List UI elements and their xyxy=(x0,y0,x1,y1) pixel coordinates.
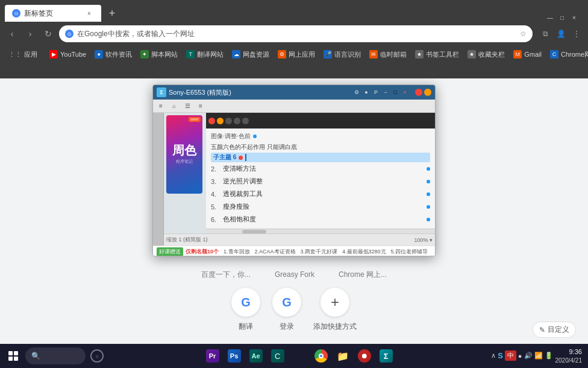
app-image-subtitle: 程序笔记 xyxy=(176,159,193,165)
login-shortcut-label: 登录 xyxy=(280,322,294,332)
app-content-area: 图像·调整·色前 五颜六色的不起作用 只能调白底 子主题 6 xyxy=(206,113,435,233)
forward-btn[interactable]: › xyxy=(23,27,37,41)
app-view-icon[interactable]: ☰ xyxy=(182,101,193,112)
bookmark-star-icon[interactable]: ☆ xyxy=(520,30,527,38)
close-btn[interactable]: × xyxy=(570,13,578,22)
bm-netdisk[interactable]: ☁ 网盘资源 xyxy=(228,49,273,60)
tray-s-icon[interactable]: S xyxy=(498,351,503,360)
vc-orange-dot xyxy=(217,118,224,124)
vc-gray-dot3 xyxy=(242,118,249,124)
app-layout-icon[interactable]: ≡ xyxy=(195,101,206,112)
tab-bar: G 新标签页 × + — □ × xyxy=(0,0,588,22)
maximize-btn[interactable]: □ xyxy=(558,13,566,22)
highlighted-item-text: 子主题 6 xyxy=(213,153,236,162)
battery-icon[interactable]: 🔋 xyxy=(545,352,553,360)
ps-taskbar-btn[interactable]: Ps xyxy=(224,346,245,366)
taskbar-search[interactable]: 🔍 xyxy=(25,347,86,364)
video-bar xyxy=(206,113,435,128)
sigma-taskbar-btn[interactable]: Σ xyxy=(376,346,396,366)
system-clock[interactable]: 9:36 2020/4/21 xyxy=(555,347,583,364)
bm-chrome-store[interactable]: C Chrome网上应用店 xyxy=(546,49,588,60)
ae-taskbar-btn[interactable]: Ae xyxy=(246,346,266,366)
bm-tempmail[interactable]: ✉ 临时邮箱 xyxy=(366,49,410,60)
profile-icon[interactable]: 👤 xyxy=(554,27,568,40)
minimize-btn[interactable]: — xyxy=(546,13,554,22)
extensions-icon[interactable]: ⧉ xyxy=(539,27,552,40)
apps-bm-btn[interactable]: ⋮⋮ 应用 xyxy=(5,49,41,60)
volume-icon[interactable]: 🔊 xyxy=(524,352,533,360)
bottom-link-2[interactable]: Greasy Fork xyxy=(275,270,314,279)
new-tab-button[interactable]: + xyxy=(104,5,120,22)
bm-script[interactable]: ✦ 脚本网站 xyxy=(137,49,181,60)
start-button[interactable] xyxy=(2,345,24,367)
bm-youtube[interactable]: ▶ YouTube xyxy=(46,49,90,60)
list-item-1: 2. 变清晰方法 xyxy=(211,162,430,175)
cortana-btn[interactable]: ○ xyxy=(87,346,107,366)
list-item-3: 4. 透视裁剪工具 xyxy=(211,188,430,200)
premiere-taskbar-btn[interactable]: Pr xyxy=(202,346,223,366)
app-close-btn[interactable]: × xyxy=(401,88,409,97)
menu-icon[interactable]: ⋮ xyxy=(570,27,583,40)
customize-label: 目定义 xyxy=(548,325,569,335)
nav-bar: ‹ › ↻ G 在Google中搜索，或者输入一个网址 ☆ ⧉ 👤 ⋮ xyxy=(0,22,588,46)
app-gear-btn[interactable]: ⚙ xyxy=(352,88,361,97)
bm-bookmarks[interactable]: ★ 书签工具栏 xyxy=(411,49,463,60)
lang-indicator[interactable]: 中 xyxy=(505,351,516,361)
tray-expand-icon[interactable]: ∧ xyxy=(491,352,496,360)
youtube-favicon: ▶ xyxy=(49,50,58,59)
system-tray: ∧ S 中 ● 🔊 📶 🔋 9:36 2020/4/21 xyxy=(491,347,586,364)
browser-tab[interactable]: G 新标签页 × xyxy=(5,5,101,22)
main-content: Σ Sony-E6553 (精简版) ⚙ ● P − □ × ≡ ⌕ xyxy=(0,78,588,344)
highlighted-item-row: 子主题 6 xyxy=(211,153,430,162)
tab-close-btn[interactable]: × xyxy=(84,8,94,18)
shortcut-login[interactable]: G 登录 xyxy=(272,288,301,332)
app-pin-btn[interactable]: P xyxy=(372,88,380,97)
app-menu-icon[interactable]: ≡ xyxy=(155,101,166,112)
promo-highlight: 仅剩名额10个 xyxy=(186,248,219,256)
customize-icon: ✎ xyxy=(539,326,545,334)
network-icon[interactable]: 📶 xyxy=(534,352,543,360)
bm-gmail[interactable]: M Gmail xyxy=(510,49,545,60)
content-list: 图像·调整·色前 五颜六色的不起作用 只能调白底 子主题 6 xyxy=(206,128,435,228)
back-btn[interactable]: ‹ xyxy=(5,27,19,41)
bm-translate[interactable]: T 翻译网站 xyxy=(183,49,227,60)
bottom-link-1[interactable]: 百度一下，你... xyxy=(201,270,251,280)
app-scrollbar[interactable] xyxy=(206,229,435,233)
netdisk-favicon: ☁ xyxy=(232,50,240,59)
app-toolbar: ≡ ⌕ ☰ ≡ xyxy=(153,100,435,113)
refresh-btn[interactable]: ↻ xyxy=(41,27,55,41)
text-cursor xyxy=(245,154,246,161)
windows-taskbar-btn[interactable] xyxy=(289,346,310,366)
favorites-favicon: ★ xyxy=(468,50,476,59)
chrome-taskbar-btn[interactable] xyxy=(311,346,331,366)
windows-icon xyxy=(293,349,306,363)
app-info-btn[interactable]: ● xyxy=(362,88,371,97)
app-image-panel: 周色 WRF 程序笔记 xyxy=(166,115,202,194)
apps-icon: ⋮⋮ xyxy=(8,51,22,59)
bm-favorites[interactable]: ★ 收藏夹栏 xyxy=(464,49,508,60)
speech-favicon: 🎤 xyxy=(324,50,332,59)
bottom-link-3[interactable]: Chrome 网上... xyxy=(339,270,387,280)
explorer-taskbar-btn[interactable]: 📁 xyxy=(333,346,353,366)
translate-shortcut-label: 翻译 xyxy=(239,322,253,332)
customize-button[interactable]: ✎ 目定义 xyxy=(533,322,576,338)
address-bar[interactable]: G 在Google中搜索，或者输入一个网址 ☆ xyxy=(59,25,533,42)
tempmail-favicon: ✉ xyxy=(369,50,378,59)
list-bullet-3 xyxy=(427,192,430,196)
record-taskbar-btn[interactable]: ⏺ xyxy=(354,346,375,366)
start-icon xyxy=(8,351,18,361)
shortcut-translate[interactable]: G 翻译 xyxy=(231,288,260,332)
bm-software[interactable]: ● 软件资讯 xyxy=(91,49,136,60)
bookmarks-label: 书签工具栏 xyxy=(426,50,459,59)
webapp-label: 网上应用 xyxy=(289,50,315,59)
apps-label: 应用 xyxy=(24,50,37,59)
app-status-bar: 缩放 1 (精简版 1) 100% ▾ xyxy=(164,233,435,246)
ext1-taskbar-btn[interactable]: C xyxy=(267,346,288,366)
app-restore-btn[interactable]: □ xyxy=(391,88,399,97)
bm-webapp[interactable]: ⚙ 网上应用 xyxy=(274,49,319,60)
app-image-badge: WRF xyxy=(189,117,201,122)
shortcut-add[interactable]: + 添加快捷方式 xyxy=(313,288,357,332)
app-minimize-btn[interactable]: − xyxy=(381,88,390,97)
bm-speech[interactable]: 🎤 语言识别 xyxy=(320,49,364,60)
app-search-icon[interactable]: ⌕ xyxy=(169,101,180,112)
